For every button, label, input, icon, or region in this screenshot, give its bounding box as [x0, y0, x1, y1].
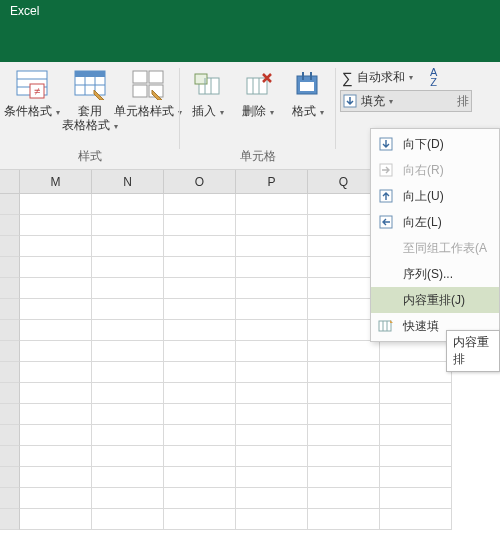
- cell[interactable]: [308, 509, 380, 530]
- delete-button[interactable]: 删除 ▾: [236, 66, 280, 122]
- cell[interactable]: [20, 488, 92, 509]
- row-header[interactable]: [0, 236, 20, 257]
- cell[interactable]: [380, 341, 452, 362]
- cell[interactable]: [164, 194, 236, 215]
- cell[interactable]: [92, 320, 164, 341]
- insert-button[interactable]: 插入 ▾: [186, 66, 230, 122]
- cell[interactable]: [308, 404, 380, 425]
- autosum-button[interactable]: ∑ 自动求和 ▾ AZ: [340, 66, 472, 88]
- cell[interactable]: [92, 194, 164, 215]
- cell[interactable]: [380, 467, 452, 488]
- cell[interactable]: [20, 383, 92, 404]
- cell[interactable]: [92, 467, 164, 488]
- cell[interactable]: [308, 488, 380, 509]
- cell[interactable]: [164, 425, 236, 446]
- cell[interactable]: [236, 320, 308, 341]
- cell[interactable]: [380, 362, 452, 383]
- fill-button[interactable]: 填充 ▾ 排: [340, 90, 472, 112]
- cell[interactable]: [20, 299, 92, 320]
- cell[interactable]: [236, 257, 308, 278]
- cell[interactable]: [20, 278, 92, 299]
- cell[interactable]: [236, 215, 308, 236]
- cell[interactable]: [164, 383, 236, 404]
- row-header[interactable]: [0, 215, 20, 236]
- row-header[interactable]: [0, 425, 20, 446]
- cell[interactable]: [380, 404, 452, 425]
- row-header[interactable]: [0, 446, 20, 467]
- cell[interactable]: [92, 257, 164, 278]
- row-header[interactable]: [0, 404, 20, 425]
- cell[interactable]: [92, 488, 164, 509]
- cell[interactable]: [308, 341, 380, 362]
- cell[interactable]: [92, 446, 164, 467]
- cell[interactable]: [164, 467, 236, 488]
- cell[interactable]: [236, 425, 308, 446]
- cell[interactable]: [380, 446, 452, 467]
- cell[interactable]: [92, 236, 164, 257]
- menu-item-justify[interactable]: 内容重排(J): [371, 287, 499, 313]
- cell[interactable]: [92, 362, 164, 383]
- cell[interactable]: [92, 404, 164, 425]
- cell[interactable]: [308, 362, 380, 383]
- cell[interactable]: [20, 509, 92, 530]
- row-header[interactable]: [0, 320, 20, 341]
- menu-item-fill-down[interactable]: 向下(D): [371, 131, 499, 157]
- cell[interactable]: [236, 467, 308, 488]
- cell[interactable]: [92, 278, 164, 299]
- row-header[interactable]: [0, 299, 20, 320]
- cell[interactable]: [20, 467, 92, 488]
- cell[interactable]: [236, 236, 308, 257]
- cell[interactable]: [308, 467, 380, 488]
- cell[interactable]: [164, 488, 236, 509]
- cell[interactable]: [20, 446, 92, 467]
- cell[interactable]: [20, 236, 92, 257]
- cell[interactable]: [20, 320, 92, 341]
- row-header[interactable]: [0, 278, 20, 299]
- col-header[interactable]: O: [164, 170, 236, 193]
- col-header[interactable]: N: [92, 170, 164, 193]
- cell[interactable]: [20, 194, 92, 215]
- cell[interactable]: [236, 383, 308, 404]
- cell[interactable]: [20, 257, 92, 278]
- cell[interactable]: [164, 278, 236, 299]
- sort-filter-icon[interactable]: AZ: [423, 67, 445, 87]
- menu-item-series[interactable]: 序列(S)...: [371, 261, 499, 287]
- cell[interactable]: [20, 215, 92, 236]
- cell[interactable]: [380, 488, 452, 509]
- cell[interactable]: [380, 425, 452, 446]
- cell[interactable]: [164, 362, 236, 383]
- row-header[interactable]: [0, 509, 20, 530]
- cell[interactable]: [92, 509, 164, 530]
- cell[interactable]: [164, 509, 236, 530]
- cell[interactable]: [236, 509, 308, 530]
- cell[interactable]: [308, 446, 380, 467]
- cell[interactable]: [20, 425, 92, 446]
- cell[interactable]: [236, 404, 308, 425]
- cell[interactable]: [236, 341, 308, 362]
- cell[interactable]: [164, 404, 236, 425]
- menu-item-fill-left[interactable]: 向左(L): [371, 209, 499, 235]
- cell[interactable]: [164, 446, 236, 467]
- cell[interactable]: [20, 341, 92, 362]
- cell[interactable]: [236, 299, 308, 320]
- row-header[interactable]: [0, 362, 20, 383]
- row-header[interactable]: [0, 488, 20, 509]
- cell[interactable]: [92, 383, 164, 404]
- cell[interactable]: [164, 299, 236, 320]
- cell[interactable]: [92, 215, 164, 236]
- format-button[interactable]: 格式 ▾: [286, 66, 330, 122]
- row-header[interactable]: [0, 467, 20, 488]
- cell[interactable]: [164, 257, 236, 278]
- cell[interactable]: [236, 446, 308, 467]
- cell[interactable]: [164, 215, 236, 236]
- corner-cell[interactable]: [0, 170, 20, 193]
- row-header[interactable]: [0, 257, 20, 278]
- menu-item-fill-up[interactable]: 向上(U): [371, 183, 499, 209]
- col-header[interactable]: M: [20, 170, 92, 193]
- cell[interactable]: [380, 383, 452, 404]
- cell[interactable]: [164, 320, 236, 341]
- row-header[interactable]: [0, 194, 20, 215]
- row-header[interactable]: [0, 341, 20, 362]
- cell[interactable]: [236, 362, 308, 383]
- cell[interactable]: [92, 341, 164, 362]
